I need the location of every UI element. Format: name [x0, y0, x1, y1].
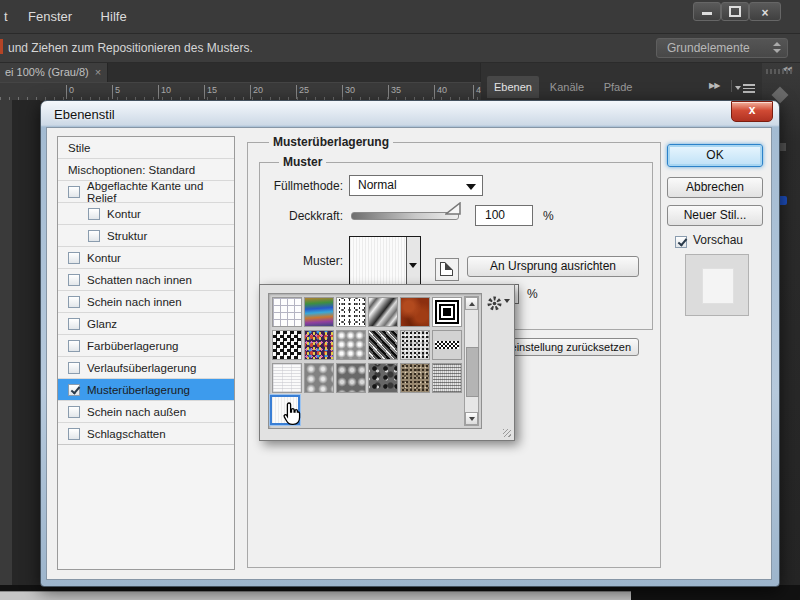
pattern-swatch-option[interactable] — [400, 330, 430, 360]
canvas-area[interactable] — [12, 100, 40, 585]
checkbox[interactable] — [88, 208, 100, 220]
tool-icon-partial — [0, 39, 3, 54]
checkbox[interactable] — [88, 230, 100, 242]
close-icon: × — [761, 6, 768, 20]
pattern-swatch-option[interactable] — [272, 363, 302, 393]
ok-button[interactable]: OK — [667, 144, 763, 167]
tab-pfade[interactable]: Pfade — [595, 76, 641, 98]
style-item-inner-glow[interactable]: Schein nach innen — [58, 291, 234, 313]
opacity-slider-thumb[interactable] — [445, 202, 462, 216]
dialog-close-button[interactable]: x — [731, 101, 773, 122]
hand-cursor — [280, 401, 304, 427]
pattern-picker-popup — [259, 284, 515, 441]
panel-tab-bar: Ebenen Kanäle Pfade ▶▶ — [481, 63, 762, 100]
style-item-texture[interactable]: Struktur — [58, 225, 234, 247]
ruler-tick: 15 — [204, 85, 217, 99]
muster-subgroup-title: Muster — [279, 155, 326, 169]
pattern-swatch-option[interactable] — [368, 363, 398, 393]
checkbox[interactable] — [68, 274, 80, 286]
pattern-scrollbar[interactable] — [464, 296, 479, 426]
style-item-satin[interactable]: Glanz — [58, 313, 234, 335]
pattern-swatch-option[interactable] — [368, 330, 398, 360]
document-tab[interactable]: ei 100% (Grau/8)× — [0, 63, 108, 82]
blend-options-item[interactable]: Mischoptionen: Standard — [58, 159, 234, 181]
checkbox[interactable] — [68, 362, 80, 374]
tab-kanaele[interactable]: Kanäle — [541, 76, 593, 98]
ruler-tick: 30 — [342, 85, 355, 99]
pattern-swatch-option[interactable] — [272, 297, 302, 327]
style-item-color-overlay[interactable]: Farbüberlagerung — [58, 335, 234, 357]
preview-checkbox[interactable] — [675, 236, 687, 248]
style-item-pattern-overlay[interactable]: Musterüberlagerung — [58, 379, 234, 401]
updown-arrows-icon — [773, 42, 781, 56]
checkbox[interactable] — [68, 340, 80, 352]
dock-grip[interactable] — [766, 69, 794, 74]
pattern-swatch-option[interactable] — [400, 363, 430, 393]
pattern-swatch-option[interactable] — [400, 297, 430, 327]
triangle-down-icon — [469, 417, 475, 421]
menu-bar: t Fenster Hilfe — [0, 0, 800, 34]
dialog-titlebar[interactable]: Ebenenstil x — [41, 101, 779, 127]
menu-item-fenster[interactable]: Fenster — [16, 0, 84, 24]
document-tab-label: ei 100% (Grau/8) — [5, 66, 89, 78]
checkbox[interactable] — [68, 252, 80, 264]
checkbox-checked[interactable] — [68, 384, 80, 396]
scroll-up-button[interactable] — [465, 297, 478, 310]
pen-tool-icon[interactable] — [780, 143, 786, 151]
new-pattern-button[interactable] — [435, 258, 459, 281]
align-origin-button[interactable]: An Ursprung ausrichten — [467, 256, 639, 277]
checkbox[interactable] — [68, 186, 80, 198]
maximize-button[interactable] — [721, 2, 749, 21]
style-item-contour[interactable]: Kontur — [58, 203, 234, 225]
close-window-button[interactable]: × — [749, 2, 781, 21]
pattern-swatch-option[interactable] — [336, 363, 366, 393]
checkbox[interactable] — [68, 406, 80, 418]
pattern-swatch-option[interactable] — [336, 330, 366, 360]
opacity-slider-track[interactable] — [351, 212, 459, 220]
chevron-down-icon — [409, 263, 417, 268]
style-item-inner-shadow[interactable]: Schatten nach innen — [58, 269, 234, 291]
dialog-title: Ebenenstil — [54, 107, 115, 122]
blend-mode-value: Normal — [358, 178, 397, 192]
reset-to-default-button[interactable]: deinstellung zurücksetzen — [499, 338, 639, 356]
menu-item-partial[interactable]: t — [0, 0, 12, 24]
blend-mode-select[interactable]: Normal — [349, 175, 483, 196]
popup-resize-grip[interactable] — [503, 429, 511, 437]
ruler-tick: 25 — [296, 85, 309, 99]
panel-menu-icon[interactable] — [743, 82, 755, 93]
opacity-input[interactable]: 100 — [475, 205, 533, 226]
menu-item-hilfe[interactable]: Hilfe — [89, 0, 139, 24]
gear-menu-arrow-icon[interactable] — [504, 299, 510, 303]
minimize-button[interactable] — [693, 2, 721, 21]
new-style-button[interactable]: Neuer Stil... — [667, 205, 763, 226]
pattern-swatch-option[interactable] — [272, 330, 302, 360]
style-item-gradient-overlay[interactable]: Verlaufsüberlagerung — [58, 357, 234, 379]
checkbox[interactable] — [68, 318, 80, 330]
document-tab-close-icon[interactable]: × — [95, 66, 101, 78]
separator — [731, 80, 732, 92]
pattern-swatch-option[interactable] — [304, 297, 334, 327]
cancel-button[interactable]: Abbrechen — [667, 177, 763, 198]
style-item-bevel-emboss[interactable]: Abgeflachte Kante und Relief — [58, 181, 234, 203]
pattern-swatch-option[interactable] — [432, 297, 462, 327]
preset-dropdown[interactable]: Grundelemente — [656, 38, 788, 58]
styles-list-header[interactable]: Stile — [58, 137, 234, 159]
checkbox[interactable] — [68, 296, 80, 308]
pattern-swatch-option[interactable] — [336, 297, 366, 327]
checkbox[interactable] — [68, 428, 80, 440]
scroll-down-button[interactable] — [465, 412, 478, 425]
layer-style-dialog: Ebenenstil x Stile Mischoptionen: Standa… — [40, 100, 780, 587]
pattern-swatch-option[interactable] — [304, 330, 334, 360]
pattern-swatch-option[interactable] — [432, 330, 462, 360]
pattern-swatch-option[interactable] — [304, 363, 334, 393]
scroll-thumb[interactable] — [466, 347, 479, 397]
style-item-outer-glow[interactable]: Schein nach außen — [58, 401, 234, 423]
pattern-swatch-option[interactable] — [432, 363, 462, 393]
triangle-up-icon — [469, 302, 475, 306]
tab-ebenen[interactable]: Ebenen — [487, 76, 539, 98]
style-item-stroke[interactable]: Kontur — [58, 247, 234, 269]
pattern-swatch-option[interactable] — [368, 297, 398, 327]
double-arrow-icon[interactable]: ▶▶ — [709, 81, 719, 90]
style-item-drop-shadow[interactable]: Schlagschatten — [58, 423, 234, 445]
gear-menu-icon[interactable] — [487, 296, 502, 311]
